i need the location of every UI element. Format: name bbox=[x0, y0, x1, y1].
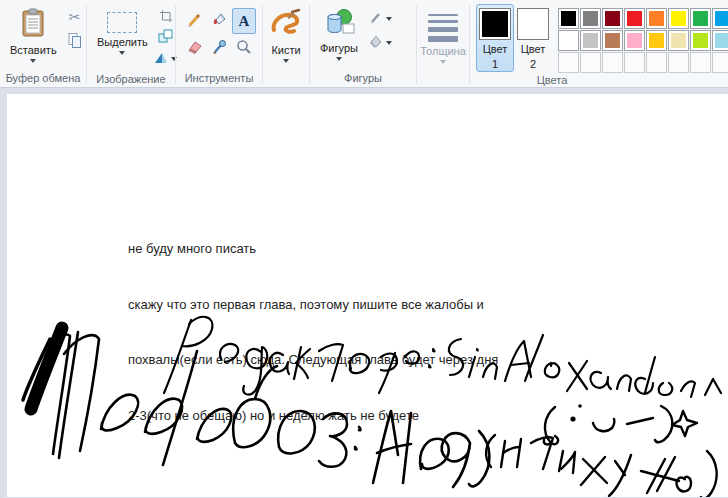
palette-swatch[interactable] bbox=[624, 30, 645, 51]
color1-label: Цвет bbox=[483, 43, 508, 55]
ribbon-group-colors: Цвет 1 Цвет 2 Цвета bbox=[470, 2, 728, 87]
color2-number: 2 bbox=[530, 58, 536, 70]
palette-empty-swatch[interactable] bbox=[668, 52, 689, 73]
typed-line: 2-3(что не обещаю) но и неделю жать не б… bbox=[128, 407, 498, 426]
ribbon-group-shapes: Фигуры bbox=[310, 2, 416, 87]
clipboard-icon bbox=[19, 8, 47, 41]
color-palette bbox=[552, 4, 728, 73]
palette-swatch[interactable] bbox=[690, 30, 711, 51]
shape-outline-button[interactable] bbox=[366, 10, 396, 28]
shape-fill-button[interactable] bbox=[366, 34, 396, 52]
paste-label: Вставить bbox=[10, 44, 57, 56]
rotate-icon bbox=[154, 51, 169, 67]
color2-value bbox=[520, 11, 546, 37]
clipboard-group-caption: Буфер обмена bbox=[0, 71, 86, 87]
ribbon-group-brushes: Кисти bbox=[263, 2, 309, 87]
color2-swatch bbox=[517, 8, 549, 40]
shapes-group-caption: Фигуры bbox=[310, 71, 416, 87]
image-group-caption: Изображение bbox=[87, 72, 175, 88]
palette-swatch[interactable] bbox=[602, 8, 623, 29]
palette-swatch[interactable] bbox=[646, 8, 667, 29]
resize-icon bbox=[158, 29, 173, 47]
palette-swatch[interactable] bbox=[668, 8, 689, 29]
rotate-button[interactable] bbox=[156, 50, 176, 68]
palette-empty-swatch[interactable] bbox=[690, 52, 711, 73]
fill-bucket-icon bbox=[211, 11, 228, 31]
color-picker-tool-button[interactable] bbox=[207, 35, 231, 61]
eraser-icon bbox=[186, 40, 203, 57]
size-label: Толщина bbox=[420, 45, 466, 57]
ribbon-group-image: Выделить bbox=[87, 2, 175, 87]
ribbon-group-clipboard: Вставить ✂ Буфер обмена bbox=[0, 2, 86, 87]
size-dropdown-arrow bbox=[440, 60, 446, 64]
crop-button[interactable] bbox=[156, 8, 176, 26]
eraser-tool-button[interactable] bbox=[182, 35, 206, 61]
ribbon-home-tab: Вставить ✂ Буфер обмена bbox=[0, 0, 728, 88]
fill-tool-button[interactable] bbox=[207, 8, 231, 34]
palette-swatch[interactable] bbox=[712, 8, 728, 29]
scissors-icon: ✂ bbox=[69, 10, 81, 24]
palette-swatch[interactable] bbox=[580, 8, 601, 29]
typed-line: похвалы(если есть) сюда. Следующая глава… bbox=[128, 351, 498, 370]
copy-button[interactable] bbox=[65, 32, 85, 50]
text-tool-button[interactable]: A bbox=[232, 8, 256, 34]
palette-empty-swatch[interactable] bbox=[646, 52, 667, 73]
palette-swatch[interactable] bbox=[712, 30, 728, 51]
color2-label: Цвет bbox=[521, 43, 546, 55]
palette-empty-swatch[interactable] bbox=[558, 52, 579, 73]
palette-empty-swatch[interactable] bbox=[712, 52, 728, 73]
palette-swatch[interactable] bbox=[668, 30, 689, 51]
ribbon-group-size: Толщина bbox=[417, 2, 469, 87]
pencil-tool-button[interactable] bbox=[182, 8, 206, 34]
palette-swatch[interactable] bbox=[558, 30, 579, 51]
color1-button[interactable]: Цвет 1 bbox=[476, 4, 514, 72]
workspace: не буду много писать скажу что это перва… bbox=[0, 88, 728, 497]
select-button[interactable]: Выделить bbox=[91, 4, 154, 58]
crop-icon bbox=[159, 9, 173, 26]
shapes-label: Фигуры bbox=[320, 42, 358, 54]
cut-button[interactable]: ✂ bbox=[65, 8, 85, 26]
brushes-button[interactable]: Кисти bbox=[264, 4, 308, 66]
paste-dropdown-arrow bbox=[30, 59, 36, 63]
typed-line: скажу что это первая глава, поэтому пиши… bbox=[128, 296, 498, 315]
drawing-canvas[interactable]: не буду много писать скажу что это перва… bbox=[7, 94, 728, 497]
brushes-label: Кисти bbox=[271, 44, 300, 56]
shapes-dropdown-arrow bbox=[336, 57, 342, 61]
palette-empty-swatch[interactable] bbox=[602, 52, 623, 73]
selection-rectangle-icon bbox=[107, 12, 137, 33]
paste-button[interactable]: Вставить bbox=[4, 4, 63, 66]
palette-swatch[interactable] bbox=[646, 30, 667, 51]
text-tool-icon: A bbox=[239, 14, 250, 29]
fill-can-icon bbox=[369, 35, 383, 51]
palette-empty-swatch[interactable] bbox=[624, 52, 645, 73]
handwriting-emoticon bbox=[544, 404, 697, 444]
palette-swatch[interactable] bbox=[558, 8, 579, 29]
outline-pencil-icon bbox=[369, 11, 383, 28]
color1-swatch bbox=[479, 8, 511, 40]
pencil-icon bbox=[186, 12, 202, 31]
shapes-button[interactable]: Фигуры bbox=[314, 4, 364, 64]
typed-line: не буду много писать bbox=[128, 240, 498, 259]
palette-swatch[interactable] bbox=[624, 8, 645, 29]
palette-swatch[interactable] bbox=[690, 8, 711, 29]
brush-icon bbox=[270, 8, 302, 41]
palette-empty-swatch[interactable] bbox=[580, 52, 601, 73]
size-button[interactable]: Толщина bbox=[414, 4, 472, 67]
palette-swatch[interactable] bbox=[602, 30, 623, 51]
typed-text-block: не буду много писать скажу что это перва… bbox=[128, 203, 498, 462]
ribbon-group-tools: A bbox=[176, 2, 262, 87]
color1-number: 1 bbox=[492, 58, 498, 70]
color2-button[interactable]: Цвет 2 bbox=[514, 4, 552, 72]
shapes-icon bbox=[323, 8, 355, 39]
magnifier-tool-button[interactable] bbox=[232, 35, 256, 61]
gray-stroke bbox=[23, 339, 50, 400]
select-dropdown-arrow bbox=[119, 51, 125, 55]
magnifier-icon bbox=[236, 39, 252, 58]
highlight-stroke bbox=[31, 328, 62, 409]
resize-button[interactable] bbox=[156, 29, 176, 47]
handwriting-note bbox=[486, 435, 717, 497]
line-thickness-icon bbox=[428, 8, 458, 42]
colors-group-caption: Цвета bbox=[470, 73, 728, 87]
palette-swatch[interactable] bbox=[580, 30, 601, 51]
eyedropper-icon bbox=[211, 39, 227, 58]
